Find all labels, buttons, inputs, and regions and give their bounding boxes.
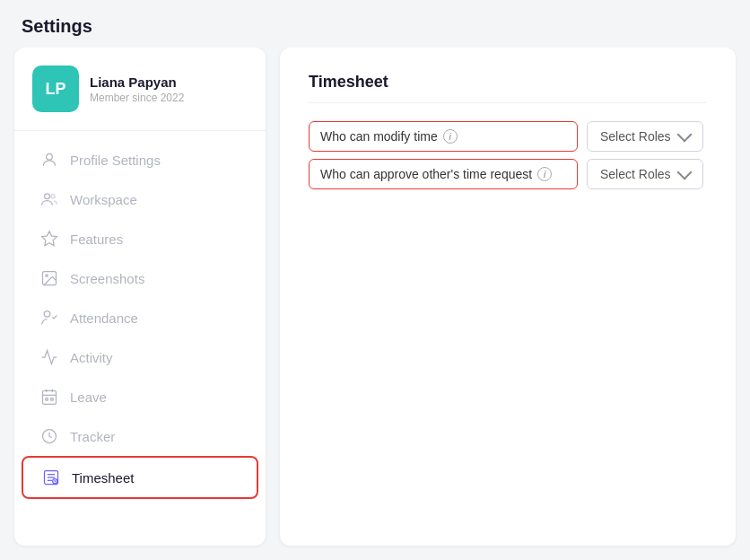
sidebar: LP Liana Papyan Member since 2022 Profil…	[14, 48, 266, 546]
chevron-down-icon	[677, 165, 693, 180]
sidebar-item-label: Features	[70, 232, 123, 247]
sidebar-item-activity[interactable]: Activity	[22, 337, 258, 377]
clock-icon	[39, 426, 59, 446]
main-content: Timesheet Who can modify timeiSelect Rol…	[280, 48, 736, 546]
activity-icon	[39, 347, 59, 367]
sidebar-item-features[interactable]: Features	[22, 219, 258, 258]
svg-point-1	[45, 194, 50, 199]
select-roles-label: Select Roles	[600, 167, 671, 181]
sidebar-item-label: Activity	[70, 350, 113, 365]
sidebar-item-screenshots[interactable]: Screenshots	[22, 258, 258, 298]
svg-point-2	[51, 195, 55, 198]
svg-point-5	[46, 275, 48, 277]
chevron-down-icon	[677, 127, 693, 143]
sidebar-item-label: Leave	[70, 389, 107, 405]
select-roles-button[interactable]: Select Roles	[587, 159, 703, 189]
page-title: Settings	[0, 0, 750, 48]
svg-point-6	[44, 311, 50, 318]
user-profile: LP Liana Papyan Member since 2022	[14, 66, 266, 131]
calendar-icon	[39, 387, 59, 407]
sidebar-item-label: Profile Settings	[70, 153, 161, 168]
image-icon	[39, 268, 59, 288]
users-icon	[39, 189, 59, 209]
sidebar-item-tracker[interactable]: Tracker	[22, 416, 258, 456]
sidebar-item-attendance[interactable]: Attendance	[22, 298, 258, 337]
timesheet-icon	[41, 468, 61, 487]
select-roles-label: Select Roles	[600, 129, 671, 144]
sidebar-item-workspace[interactable]: Workspace	[22, 179, 258, 219]
person-check-icon	[39, 308, 59, 328]
settings-label-text: Who can modify time	[320, 129, 438, 144]
settings-label-text: Who can approve other's time request	[320, 167, 532, 181]
nav-menu: Profile SettingsWorkspaceFeaturesScreens…	[14, 140, 266, 499]
user-icon	[39, 150, 59, 170]
svg-marker-3	[42, 232, 57, 246]
sidebar-item-label: Workspace	[70, 192, 137, 207]
section-title: Timesheet	[309, 73, 707, 103]
user-name: Liana Papyan	[90, 74, 184, 90]
info-icon: i	[537, 167, 552, 181]
settings-row: Who can approve other's time requestiSel…	[309, 159, 707, 189]
avatar: LP	[32, 66, 79, 112]
settings-row: Who can modify timeiSelect Roles	[309, 121, 707, 152]
svg-rect-12	[51, 398, 54, 401]
settings-label-box: Who can approve other's time requesti	[309, 159, 578, 189]
sidebar-item-label: Timesheet	[72, 470, 134, 486]
sidebar-item-leave[interactable]: Leave	[22, 377, 258, 416]
svg-rect-11	[46, 398, 48, 401]
svg-point-0	[47, 153, 53, 160]
settings-rows: Who can modify timeiSelect RolesWho can …	[309, 121, 707, 189]
star-icon	[39, 229, 59, 249]
sidebar-item-label: Screenshots	[70, 271, 144, 286]
info-icon: i	[443, 129, 458, 144]
settings-label-box: Who can modify timei	[309, 121, 578, 152]
sidebar-item-timesheet[interactable]: Timesheet	[22, 456, 258, 499]
user-since: Member since 2022	[90, 92, 184, 104]
sidebar-item-label: Tracker	[70, 429, 115, 444]
svg-rect-7	[43, 390, 57, 404]
select-roles-button[interactable]: Select Roles	[587, 121, 703, 152]
sidebar-item-label: Attendance	[70, 311, 138, 326]
sidebar-item-profile[interactable]: Profile Settings	[22, 140, 258, 179]
